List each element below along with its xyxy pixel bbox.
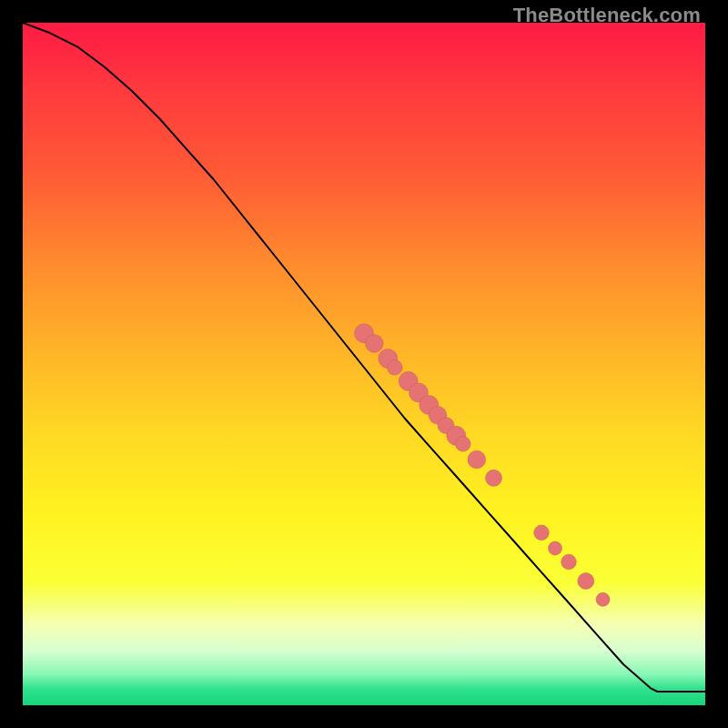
data-marker bbox=[534, 525, 550, 541]
data-marker bbox=[366, 335, 384, 353]
data-marker bbox=[596, 592, 610, 606]
data-marker bbox=[578, 573, 594, 590]
watermark-text: TheBottleneck.com bbox=[513, 4, 701, 27]
marker-group bbox=[355, 324, 611, 607]
data-marker bbox=[561, 554, 577, 570]
plot-area bbox=[23, 23, 705, 705]
data-marker bbox=[468, 450, 486, 469]
bottleneck-curve bbox=[23, 23, 705, 692]
data-marker bbox=[388, 360, 403, 376]
data-marker bbox=[456, 437, 471, 452]
data-marker bbox=[549, 541, 562, 555]
data-marker bbox=[486, 470, 502, 486]
chart-overlay bbox=[23, 23, 705, 705]
